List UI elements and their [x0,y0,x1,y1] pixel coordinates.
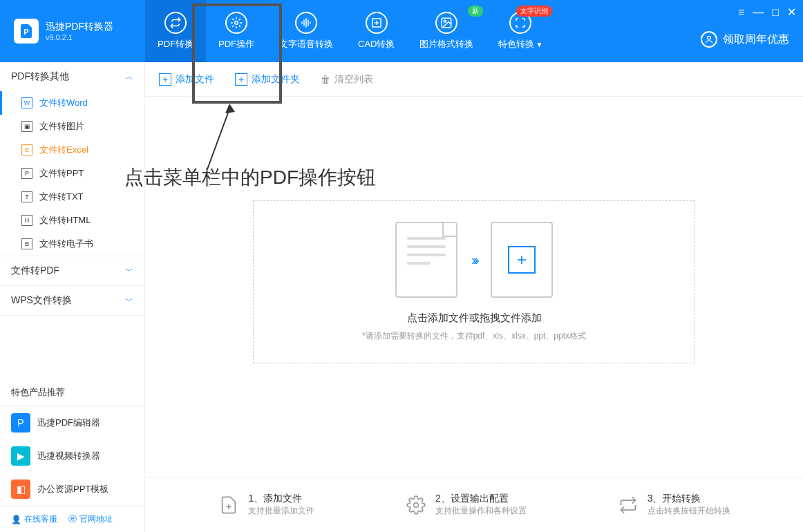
chevron-down-icon: ▼ [536,41,542,48]
nav-label: CAD转换 [358,38,395,50]
sidebar-item-word[interactable]: W文件转Word [0,91,144,115]
ppt-template-icon: ◧ [11,479,30,499]
chat-icon: 👤 [11,515,21,524]
dropzone-hint: *请添加需要转换的文件，支持pdf、xls、xlsx、ppt、pptx格式 [274,330,674,342]
close-button[interactable]: ✕ [787,6,796,19]
side-group-pdf-to-other: PDF转换其他 ︿ W文件转Word ▣文件转图片 E文件转Excel P文件转… [0,62,144,256]
svg-point-5 [708,36,711,39]
dropzone[interactable]: ››› + 点击添加文件或拖拽文件添加 *请添加需要转换的文件，支持pdf、xl… [253,200,695,363]
add-file-step-icon [218,494,240,516]
clear-list-button[interactable]: 🗑清空列表 [321,73,373,86]
svg-point-1 [235,21,238,25]
nav-label: 文字语音转换 [279,38,333,50]
group-header[interactable]: PDF转换其他 ︿ [0,62,144,91]
promo-pdf-editor[interactable]: P迅捷PDF编辑器 [0,406,144,439]
excel-icon: E [21,144,32,155]
promo-link[interactable]: 领取周年优惠 [701,31,789,48]
svg-text:P: P [23,28,28,36]
convert-icon [164,12,187,34]
nav-label: PDF操作 [218,38,254,50]
promo-section-title: 特色产品推荐 [0,379,144,406]
promo-video-converter[interactable]: ▶迅捷视频转换器 [0,439,144,473]
settings-step-icon [405,494,427,516]
convert-step-icon [617,494,639,516]
sidebar-item-txt[interactable]: T文件转TXT [0,185,144,209]
nav-tab-special[interactable]: 文字识别 特色转换▼ [486,0,555,62]
sidebar-item-image[interactable]: ▣文件转图片 [0,115,144,138]
app-logo-icon: P [14,19,39,44]
file-icon [395,222,457,298]
add-file-button[interactable]: +添加文件 [159,73,214,86]
sidebar-footer: 👤在线客服 ⓔ官网地址 [0,506,144,532]
dropzone-illustration: ››› + [274,222,674,298]
txt-icon: T [21,191,32,202]
steps-bar: 1、添加文件支持批量添加文件 2、设置输出配置支持批量操作和各种设置 3、开始转… [145,477,803,532]
dropzone-title: 点击添加文件或拖拽文件添加 [274,312,674,325]
html-icon: H [21,215,32,226]
main-content: +添加文件 +添加文件夹 🗑清空列表 ››› + 点击添加文件或拖拽文件添加 *… [145,62,803,532]
nav-label: 图片格式转换 [419,38,473,50]
gear-icon [225,12,247,34]
pdf-editor-icon: P [11,413,30,433]
nav-tab-image[interactable]: 新 图片格式转换 [407,0,486,62]
sidebar-item-html[interactable]: H文件转HTML [0,209,144,232]
nav-tab-pdf-convert[interactable]: PDF转换 [145,0,206,62]
app-title: 迅捷PDF转换器 [46,21,113,33]
nav-label: 特色转换▼ [498,38,542,50]
sidebar-item-ppt[interactable]: P文件转PPT [0,162,144,185]
header: P 迅捷PDF转换器 v9.0.2.1 PDF转换 PDF操作 文字语音转换 C… [0,0,803,62]
ocr-badge: 文字识别 [516,6,552,17]
svg-point-4 [444,20,446,22]
cad-icon [366,12,388,34]
step-3: 3、开始转换点击转换按钮开始转换 [617,493,730,517]
website-link[interactable]: ⓔ官网地址 [68,513,113,525]
online-service-link[interactable]: 👤在线客服 [11,513,57,525]
app-version: v9.0.2.1 [46,33,113,41]
toolbar: +添加文件 +添加文件夹 🗑清空列表 [145,62,803,97]
sidebar-item-excel[interactable]: E文件转Excel [0,138,144,162]
group-header[interactable]: 文件转PDF ﹀ [0,256,144,285]
add-file-icon: + [491,222,553,298]
chevron-down-icon: ﹀ [125,265,133,277]
audio-icon [295,12,317,34]
group-header[interactable]: WPS文件转换 ﹀ [0,286,144,315]
window-controls: ≡ — □ ✕ [738,6,796,19]
image-icon [435,12,457,34]
ebook-icon: B [21,238,32,249]
globe-icon: ⓔ [68,513,77,525]
sidebar-item-ebook[interactable]: B文件转电子书 [0,232,144,256]
nav-tab-cad[interactable]: CAD转换 [346,0,407,62]
word-icon: W [21,97,32,108]
step-1: 1、添加文件支持批量添加文件 [218,493,314,517]
nav-tab-pdf-operate[interactable]: PDF操作 [206,0,267,62]
ppt-icon: P [21,168,32,179]
side-group-to-pdf: 文件转PDF ﹀ [0,256,144,286]
chevron-up-icon: ︿ [125,71,133,83]
menu-icon[interactable]: ≡ [738,6,744,19]
svg-point-6 [413,502,418,507]
promo-text: 领取周年优惠 [723,32,789,47]
plus-icon: + [508,246,536,274]
logo-area: P 迅捷PDF转换器 v9.0.2.1 [0,19,145,44]
trash-icon: 🗑 [321,74,330,85]
nav-label: PDF转换 [158,38,193,50]
minimize-button[interactable]: — [753,6,764,19]
maximize-button[interactable]: □ [772,6,779,19]
video-icon: ▶ [11,446,30,466]
image-icon: ▣ [21,121,32,132]
promo-ppt-template[interactable]: ◧办公资源PPT模板 [0,473,144,506]
add-folder-button[interactable]: +添加文件夹 [235,73,300,86]
sidebar: PDF转换其他 ︿ W文件转Word ▣文件转图片 E文件转Excel P文件转… [0,62,145,532]
arrows-icon: ››› [471,252,477,268]
step-2: 2、设置输出配置支持批量操作和各种设置 [405,493,527,517]
nav-tabs: PDF转换 PDF操作 文字语音转换 CAD转换 新 图片格式转换 文字识别 特… [145,0,555,62]
plus-icon: + [159,73,171,86]
chevron-down-icon: ﹀ [125,295,133,307]
folder-plus-icon: + [235,73,247,86]
user-icon [701,31,717,48]
new-badge: 新 [468,6,483,17]
side-group-wps: WPS文件转换 ﹀ [0,286,144,316]
nav-tab-tts[interactable]: 文字语音转换 [267,0,346,62]
